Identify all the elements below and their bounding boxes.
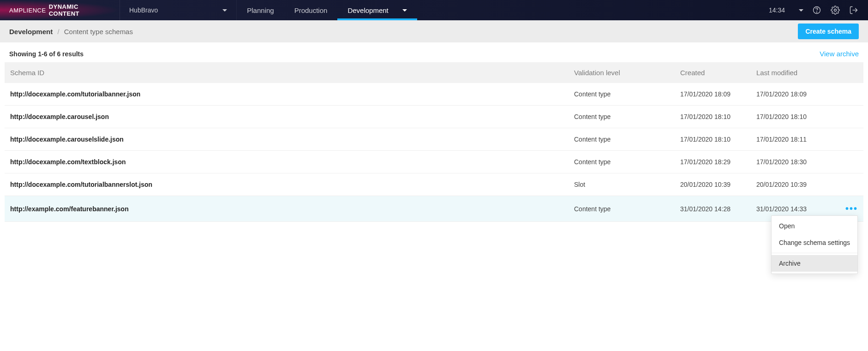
chevron-down-icon	[799, 9, 803, 12]
col-actions	[840, 62, 863, 83]
cell-created: 20/01/2020 10:39	[675, 173, 751, 196]
tab-production-label: Production	[294, 6, 328, 14]
cell-schema-id: http://docexample.carouselslide.json	[5, 128, 569, 151]
breadcrumb-first[interactable]: Development	[9, 28, 53, 36]
cell-validation: Content type	[569, 83, 675, 106]
cell-validation: Content type	[569, 106, 675, 128]
brand-logo[interactable]: AMPLIENCE DYNAMIC CONTENT	[0, 0, 120, 20]
more-actions-icon[interactable]: •••	[845, 203, 858, 214]
cell-schema-id: http://docexample.com/tutorialbanner.jso…	[5, 83, 569, 106]
time-value: 14:34	[769, 6, 785, 14]
cell-actions	[840, 128, 863, 151]
cell-schema-id: http://docexample.com/tutorialbannerslot…	[5, 173, 569, 196]
cell-created: 31/01/2020 14:28	[675, 196, 751, 222]
cell-created: 17/01/2020 18:09	[675, 83, 751, 106]
tab-planning[interactable]: Planning	[237, 0, 284, 20]
time-selector[interactable]: 14:34	[769, 6, 803, 14]
cell-actions	[840, 106, 863, 128]
nav-tabs: Planning Production Development	[237, 0, 417, 20]
svg-point-2	[834, 9, 837, 12]
cell-created: 17/01/2020 18:10	[675, 106, 751, 128]
col-modified[interactable]: Last modified	[751, 62, 840, 83]
hub-name: HubBravo	[129, 6, 158, 14]
cell-schema-id: http://docexample.carousel.json	[5, 106, 569, 128]
cell-validation: Content type	[569, 196, 675, 222]
cell-actions	[840, 83, 863, 106]
tab-development[interactable]: Development	[337, 0, 417, 20]
tab-development-label: Development	[347, 6, 388, 14]
cell-modified: 17/01/2020 18:11	[751, 128, 840, 151]
cell-modified: 20/01/2020 10:39	[751, 173, 840, 196]
gear-icon[interactable]	[830, 5, 840, 15]
create-schema-button[interactable]: Create schema	[798, 24, 859, 39]
hub-selector[interactable]: HubBravo	[120, 0, 237, 20]
brand-light: AMPLIENCE	[9, 7, 46, 14]
chevron-down-icon	[222, 9, 227, 12]
tab-production[interactable]: Production	[284, 0, 338, 20]
table-wrap: Schema ID Validation level Created Last …	[0, 62, 868, 222]
cell-created: 17/01/2020 18:29	[675, 151, 751, 173]
table-row[interactable]: http://example.com/featurebanner.jsonCon…	[5, 196, 863, 222]
topbar: AMPLIENCE DYNAMIC CONTENT HubBravo Plann…	[0, 0, 868, 20]
result-count: Showing 1-6 of 6 results	[9, 50, 84, 58]
table-row[interactable]: http://docexample.com/tutorialbannerslot…	[5, 173, 863, 196]
cell-schema-id: http://docexample.com/textblock.json	[5, 151, 569, 173]
table-row[interactable]: http://docexample.carouselslide.jsonCont…	[5, 128, 863, 151]
tab-planning-label: Planning	[247, 6, 274, 14]
svg-point-1	[817, 12, 817, 12]
cell-schema-id: http://example.com/featurebanner.json	[5, 196, 569, 222]
list-controls: Showing 1-6 of 6 results View archive	[0, 42, 868, 62]
topbar-right: 14:34	[760, 5, 868, 15]
col-validation[interactable]: Validation level	[569, 62, 675, 83]
cell-validation: Content type	[569, 151, 675, 173]
table-row[interactable]: http://docexample.com/textblock.jsonCont…	[5, 151, 863, 173]
row-context-menu: Open Change schema settings Archive	[771, 215, 858, 222]
cell-validation: Slot	[569, 173, 675, 196]
schema-table: Schema ID Validation level Created Last …	[5, 62, 863, 222]
cell-created: 17/01/2020 18:10	[675, 128, 751, 151]
cell-actions	[840, 173, 863, 196]
table-row[interactable]: http://docexample.com/tutorialbanner.jso…	[5, 83, 863, 106]
cell-actions	[840, 151, 863, 173]
help-icon[interactable]	[812, 5, 822, 15]
cell-validation: Content type	[569, 128, 675, 151]
breadcrumb-separator: /	[57, 28, 59, 36]
col-created[interactable]: Created	[675, 62, 751, 83]
menu-item-open[interactable]: Open	[772, 218, 857, 222]
view-archive-link[interactable]: View archive	[820, 50, 859, 58]
col-schema-id[interactable]: Schema ID	[5, 62, 569, 83]
breadcrumb: Development / Content type schemas	[9, 28, 133, 36]
cell-modified: 17/01/2020 18:10	[751, 106, 840, 128]
chevron-down-icon	[402, 9, 407, 12]
table-row[interactable]: http://docexample.carousel.jsonContent t…	[5, 106, 863, 128]
logout-icon[interactable]	[849, 5, 859, 15]
brand-bold: DYNAMIC CONTENT	[49, 3, 110, 17]
breadcrumb-second: Content type schemas	[64, 28, 133, 36]
sub-header: Development / Content type schemas Creat…	[0, 20, 868, 42]
cell-modified: 17/01/2020 18:09	[751, 83, 840, 106]
cell-modified: 17/01/2020 18:30	[751, 151, 840, 173]
